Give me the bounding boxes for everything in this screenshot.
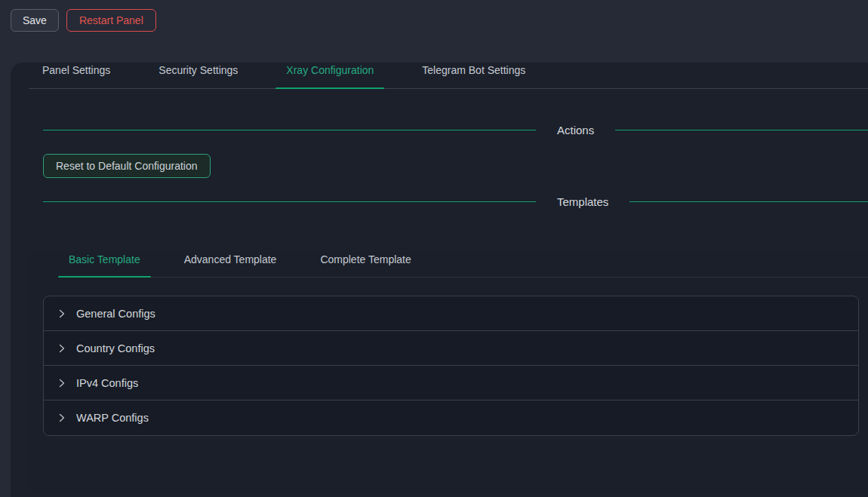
tab-basic-template[interactable]: Basic Template bbox=[58, 252, 151, 277]
collapse-header-ipv4-configs[interactable]: IPv4 Configs bbox=[44, 366, 858, 400]
restart-panel-button[interactable]: Restart Panel bbox=[66, 9, 156, 32]
tab-security-settings[interactable]: Security Settings bbox=[148, 63, 248, 88]
collapse-label: WARP Configs bbox=[76, 412, 149, 424]
tab-panel-settings[interactable]: Panel Settings bbox=[32, 63, 121, 88]
tab-telegram-bot-settings[interactable]: Telegram Bot Settings bbox=[411, 63, 536, 88]
collapse-header-country-configs[interactable]: Country Configs bbox=[44, 331, 858, 366]
chevron-right-icon bbox=[57, 344, 66, 353]
tab-advanced-template[interactable]: Advanced Template bbox=[174, 252, 288, 277]
settings-card: Panel Settings Security Settings Xray Co… bbox=[11, 63, 868, 497]
settings-tabbar: Panel Settings Security Settings Xray Co… bbox=[29, 63, 868, 89]
templates-divider: Templates bbox=[43, 192, 868, 210]
tab-complete-template[interactable]: Complete Template bbox=[309, 252, 421, 277]
top-toolbar: Save Restart Panel bbox=[0, 0, 868, 40]
collapse-header-general-configs[interactable]: General Configs bbox=[44, 296, 858, 331]
chevron-right-icon bbox=[57, 413, 66, 422]
collapse-label: IPv4 Configs bbox=[76, 377, 138, 389]
reset-default-configuration-button[interactable]: Reset to Default Configuration bbox=[43, 154, 211, 178]
divider-line bbox=[629, 201, 868, 202]
divider-line bbox=[43, 130, 536, 130]
actions-divider-title: Actions bbox=[557, 124, 594, 137]
template-tabbar: Basic Template Advanced Template Complet… bbox=[58, 252, 868, 278]
templates-card: Basic Template Advanced Template Complet… bbox=[26, 252, 868, 492]
templates-divider-title: Templates bbox=[557, 195, 608, 208]
chevron-right-icon bbox=[57, 309, 66, 318]
chevron-right-icon bbox=[57, 379, 66, 388]
divider-line bbox=[615, 130, 868, 130]
actions-divider: Actions bbox=[43, 121, 868, 139]
divider-line bbox=[43, 201, 536, 202]
collapse-label: Country Configs bbox=[76, 342, 155, 354]
template-config-collapse: General Configs Country Configs IPv4 Con… bbox=[43, 296, 859, 436]
collapse-header-warp-configs[interactable]: WARP Configs bbox=[44, 400, 858, 435]
collapse-label: General Configs bbox=[76, 308, 155, 320]
tab-xray-configuration[interactable]: Xray Configuration bbox=[275, 63, 384, 88]
save-button[interactable]: Save bbox=[11, 9, 59, 32]
